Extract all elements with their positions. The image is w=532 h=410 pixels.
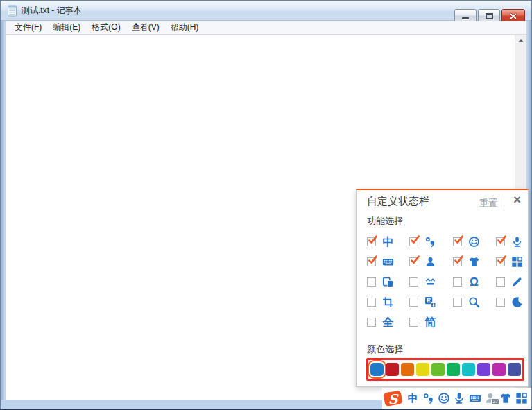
- color-swatch-0-selected[interactable]: [370, 363, 384, 376]
- checkbox-zh-toggle[interactable]: [367, 237, 376, 246]
- statusbar-zh-toggle-icon[interactable]: 中: [406, 392, 419, 405]
- sogou-status-toolbar: S中27: [382, 388, 531, 409]
- feature-screenshot: [367, 292, 409, 312]
- badge-account: 27: [491, 398, 499, 405]
- symbols-icon: Ω: [467, 275, 481, 289]
- simplified-icon: 简: [424, 316, 437, 329]
- color-swatch-5[interactable]: [447, 363, 460, 376]
- screen: 测试.txt - 记事本 文件(F)编辑(E)格式(O)查看(V)帮助(H) 自…: [0, 0, 532, 410]
- panel-close-button[interactable]: ×: [513, 192, 521, 207]
- minimize-icon: [462, 17, 469, 19]
- checkbox-simplified[interactable]: [409, 318, 418, 327]
- voice-icon: [510, 235, 524, 248]
- feature-voice: [496, 232, 532, 252]
- handwriting-icon: [510, 275, 524, 289]
- customize-statusbar-panel: 自定义状态栏 重置 × 功能选择 中Ω全简 颜色选择: [356, 189, 529, 387]
- checkbox-fullwidth[interactable]: [367, 318, 376, 327]
- checkbox-screenshot[interactable]: [367, 298, 376, 307]
- feature-night-mode: [496, 292, 532, 312]
- statusbar-toolbox-icon[interactable]: [515, 392, 528, 405]
- feature-account: [409, 252, 453, 272]
- color-swatch-4[interactable]: [431, 363, 445, 376]
- menu-item-edit[interactable]: 编辑(E): [47, 21, 86, 34]
- menu-bar: 文件(F)编辑(E)格式(O)查看(V)帮助(H): [6, 21, 526, 34]
- menu-item-file[interactable]: 文件(F): [9, 21, 47, 34]
- colors-section-label: 颜色选择: [367, 343, 403, 356]
- maximize-icon: [486, 13, 493, 19]
- checkbox-skin[interactable]: [453, 257, 462, 266]
- feature-punctuation: [409, 232, 453, 252]
- feature-simplified: 简: [409, 312, 453, 332]
- color-swatch-3[interactable]: [416, 363, 429, 376]
- header-separator: [504, 196, 504, 207]
- statusbar-skin-icon[interactable]: [499, 392, 512, 405]
- reset-button[interactable]: 重置: [479, 197, 497, 210]
- night-mode-icon: [510, 296, 524, 309]
- checkbox-account[interactable]: [409, 257, 418, 266]
- checkbox-symbols[interactable]: [453, 277, 462, 287]
- svg-text:S: S: [388, 391, 400, 406]
- color-swatch-7[interactable]: [477, 363, 490, 376]
- color-swatch-8[interactable]: [492, 363, 506, 376]
- feature-search: [453, 292, 496, 312]
- close-icon: [509, 12, 517, 20]
- scroll-up-icon: [518, 39, 524, 42]
- statusbar-keyboard-icon[interactable]: [469, 392, 481, 405]
- panel-title: 自定义状态栏: [367, 195, 429, 208]
- scroll-up-button[interactable]: [515, 35, 526, 46]
- color-swatch-9[interactable]: [508, 363, 521, 376]
- checkbox-translate[interactable]: [409, 298, 418, 307]
- screenshot-icon: [381, 296, 395, 309]
- menu-item-format[interactable]: 格式(O): [86, 21, 126, 34]
- statusbar-voice-icon[interactable]: [453, 392, 465, 405]
- checkbox-search[interactable]: [453, 298, 462, 307]
- feature-keyboard: [367, 252, 409, 272]
- feature-translate: [409, 292, 453, 312]
- statusbar-punctuation-icon[interactable]: [422, 392, 434, 405]
- feature-toolbox: [496, 252, 532, 272]
- statusbar-account-icon[interactable]: 27: [484, 392, 497, 405]
- color-swatch-6[interactable]: [462, 363, 475, 376]
- keyboard-icon: [381, 255, 395, 268]
- feature-emoji: [453, 232, 496, 252]
- translate-icon: [424, 296, 437, 309]
- toolbox-icon: [510, 255, 524, 268]
- statusbar-emoji-icon[interactable]: [438, 392, 450, 405]
- checkbox-handwriting[interactable]: [496, 277, 505, 287]
- annotation-highlight: [366, 358, 524, 381]
- feature-zh-toggle: 中: [367, 232, 409, 252]
- feature-fullwidth: 全: [367, 312, 409, 332]
- cross-screen-icon: [381, 275, 395, 289]
- search-icon: [467, 296, 481, 309]
- feature-grid: 中Ω全简: [367, 232, 532, 332]
- punctuation-icon: [424, 235, 437, 248]
- zh-toggle-icon: 中: [381, 235, 395, 248]
- window-title: 测试.txt - 记事本: [22, 1, 82, 20]
- features-section-label: 功能选择: [367, 215, 403, 228]
- feature-cross-screen: [367, 272, 409, 292]
- checkbox-kaomoji[interactable]: [409, 277, 418, 287]
- fullwidth-icon: 全: [381, 316, 395, 329]
- feature-kaomoji: [409, 272, 453, 292]
- menu-item-view[interactable]: 查看(V): [126, 21, 165, 34]
- notepad-window: 测试.txt - 记事本 文件(F)编辑(E)格式(O)查看(V)帮助(H) 自…: [0, 0, 532, 410]
- checkbox-voice[interactable]: [496, 237, 505, 246]
- checkbox-punctuation[interactable]: [409, 237, 418, 246]
- checkbox-toolbox[interactable]: [496, 257, 505, 266]
- notepad-icon: [6, 4, 18, 17]
- feature-symbols: Ω: [453, 272, 496, 292]
- feature-handwriting: [496, 272, 532, 292]
- color-swatch-2[interactable]: [401, 363, 414, 376]
- title-bar[interactable]: 测试.txt - 记事本: [1, 1, 531, 21]
- checkbox-cross-screen[interactable]: [367, 277, 376, 287]
- statusbar-sogou-logo[interactable]: S: [382, 389, 404, 408]
- checkbox-keyboard[interactable]: [367, 257, 376, 266]
- checkbox-emoji[interactable]: [453, 237, 462, 246]
- skin-icon: [467, 255, 481, 268]
- color-swatch-1[interactable]: [386, 363, 399, 376]
- kaomoji-icon: [424, 275, 437, 289]
- menu-item-help[interactable]: 帮助(H): [165, 21, 205, 34]
- checkbox-night-mode[interactable]: [496, 298, 505, 307]
- emoji-icon: [467, 235, 481, 248]
- account-icon: [424, 255, 437, 268]
